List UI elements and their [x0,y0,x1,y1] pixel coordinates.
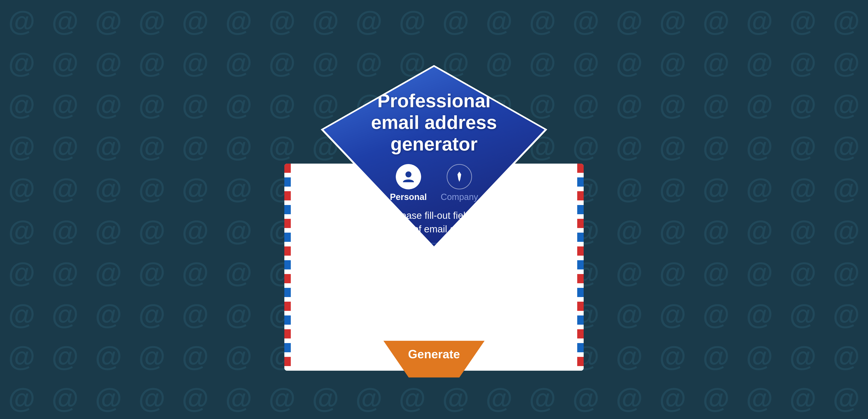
tab-personal[interactable]: Personal [390,164,427,202]
personal-tab-label: Personal [390,192,427,202]
tie-icon [453,170,466,184]
person-icon [402,170,415,184]
stripe-right [577,164,584,371]
generate-button[interactable]: Generate [383,341,485,378]
company-tab-label: Company [441,192,478,202]
envelope-wrapper: Professional email address generator Per… [273,49,595,371]
stripe-left [284,164,291,371]
personal-icon-circle [396,164,421,189]
page-title: Professional email address generator [371,90,497,155]
tab-company[interactable]: Company [441,164,478,202]
generate-button-wrapper: Generate [383,341,485,378]
company-icon-circle [447,164,472,189]
tab-row: Personal Company [390,164,478,202]
svg-point-0 [405,171,411,178]
